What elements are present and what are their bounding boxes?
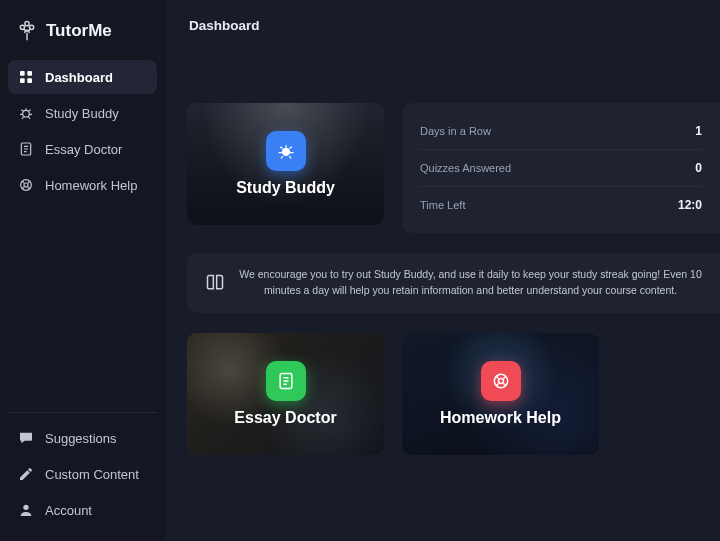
- page-title: Dashboard: [187, 18, 720, 33]
- sidebar-item-study-buddy[interactable]: Study Buddy: [8, 96, 157, 130]
- homework-help-icon: [481, 361, 521, 401]
- sidebar-item-homework-help[interactable]: Homework Help: [8, 168, 157, 202]
- brand: TutorMe: [8, 14, 157, 60]
- sidebar-item-suggestions[interactable]: Suggestions: [8, 421, 157, 455]
- stat-value: 1: [695, 124, 702, 138]
- stat-label: Days in a Row: [420, 125, 491, 137]
- row-bottom: Essay Doctor Homework Help: [187, 333, 720, 455]
- tip-banner: We encourage you to try out Study Buddy,…: [187, 253, 720, 313]
- svg-rect-6: [27, 78, 32, 83]
- grid-icon: [18, 69, 34, 85]
- svg-point-7: [23, 110, 30, 117]
- sidebar-item-dashboard[interactable]: Dashboard: [8, 60, 157, 94]
- lifebuoy-icon: [18, 177, 34, 193]
- brand-name: TutorMe: [46, 21, 112, 41]
- svg-rect-5: [20, 78, 25, 83]
- sidebar-item-label: Essay Doctor: [45, 142, 122, 157]
- tip-text: We encourage you to try out Study Buddy,…: [239, 267, 702, 299]
- svg-rect-3: [20, 71, 25, 76]
- card-title: Study Buddy: [236, 179, 335, 197]
- sidebar-item-label: Account: [45, 503, 92, 518]
- svg-point-2: [25, 22, 29, 26]
- nav-main: Dashboard Study Buddy Essay Doctor Homew…: [8, 60, 157, 202]
- stat-label: Quizzes Answered: [420, 162, 511, 174]
- document-icon: [18, 141, 34, 157]
- stat-row-time: Time Left 12:0: [420, 187, 702, 223]
- sidebar-item-label: Suggestions: [45, 431, 117, 446]
- sidebar-item-label: Homework Help: [45, 178, 137, 193]
- stat-label: Time Left: [420, 199, 465, 211]
- sidebar-item-account[interactable]: Account: [8, 493, 157, 527]
- book-open-icon: [205, 273, 225, 293]
- sidebar-item-essay-doctor[interactable]: Essay Doctor: [8, 132, 157, 166]
- card-homework-help[interactable]: Homework Help: [402, 333, 599, 455]
- stat-row-quizzes: Quizzes Answered 0: [420, 150, 702, 187]
- sidebar: TutorMe Dashboard Study Buddy Essay Doct…: [0, 0, 165, 541]
- stats-panel: Days in a Row 1 Quizzes Answered 0 Time …: [402, 103, 720, 233]
- essay-doctor-icon: [266, 361, 306, 401]
- study-buddy-icon: [266, 131, 306, 171]
- sidebar-item-label: Custom Content: [45, 467, 139, 482]
- svg-point-10: [24, 183, 28, 187]
- pencil-icon: [18, 466, 34, 482]
- card-study-buddy[interactable]: Study Buddy: [187, 103, 384, 225]
- brain-tree-icon: [16, 20, 38, 42]
- bug-icon: [18, 105, 34, 121]
- svg-rect-4: [27, 71, 32, 76]
- stat-value: 12:0: [678, 198, 702, 212]
- svg-point-12: [281, 148, 289, 156]
- stat-row-days: Days in a Row 1: [420, 113, 702, 150]
- svg-point-11: [23, 505, 28, 510]
- chat-icon: [18, 430, 34, 446]
- card-title: Essay Doctor: [234, 409, 336, 427]
- row-top: Study Buddy Days in a Row 1 Quizzes Answ…: [187, 103, 720, 233]
- stat-value: 0: [695, 161, 702, 175]
- card-title: Homework Help: [440, 409, 561, 427]
- sidebar-item-label: Study Buddy: [45, 106, 119, 121]
- nav-bottom: Suggestions Custom Content Account: [8, 412, 157, 527]
- sidebar-item-label: Dashboard: [45, 70, 113, 85]
- user-icon: [18, 502, 34, 518]
- sidebar-item-custom-content[interactable]: Custom Content: [8, 457, 157, 491]
- svg-point-15: [498, 378, 503, 383]
- card-essay-doctor[interactable]: Essay Doctor: [187, 333, 384, 455]
- main-content: Dashboard Study Buddy Days in a Row 1 Qu…: [165, 0, 720, 541]
